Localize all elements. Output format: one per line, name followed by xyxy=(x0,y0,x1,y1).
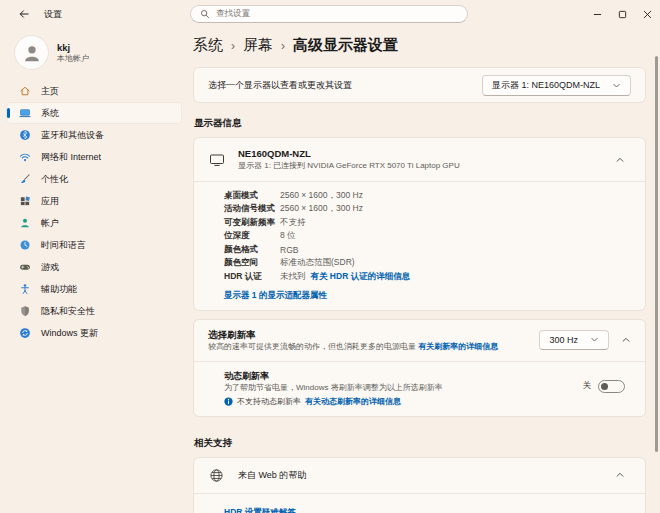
sidebar-item-label: 帐户 xyxy=(41,217,59,230)
toggle-knob xyxy=(601,383,608,390)
info-row-bit-depth: 位深度 8 位 xyxy=(224,230,631,244)
sidebar-item-gaming[interactable]: 游戏 xyxy=(7,257,181,277)
dynamic-refresh-toggle[interactable] xyxy=(598,380,625,393)
accounts-icon xyxy=(18,217,31,229)
monitor-model: NE160QDM-NZL xyxy=(238,148,596,160)
main-content: 系统 › 屏幕 › 高级显示器设置 选择一个显示器以查看或更改其设置 显示器 1… xyxy=(188,28,660,513)
sidebar-item-privacy[interactable]: 隐私和安全性 xyxy=(7,301,181,321)
display-info-card: NE160QDM-NZL 显示器 1: 已连接到 NVIDIA GeForce … xyxy=(193,137,646,311)
display-info-details: 桌面模式 2560 × 1600，300 Hz 活动信号模式 2560 × 16… xyxy=(194,181,645,310)
help-from-web-card: 来自 Web 的帮助 HDR 设置疑难解答 解决屏幕闪烁问题 调整显示缩放设置 … xyxy=(193,457,646,513)
sidebar-item-apps[interactable]: 应用 xyxy=(7,191,181,211)
dynamic-refresh-description: 为了帮助节省电量，Windows 将刷新率调整为以上所选刷新率 xyxy=(224,382,583,393)
refresh-rate-info-link[interactable]: 有关刷新率的详细信息 xyxy=(418,342,498,351)
display-selector-dropdown[interactable]: 显示器 1: NE160QDM-NZL xyxy=(482,75,631,96)
back-button[interactable] xyxy=(14,4,34,24)
dynamic-refresh-title: 动态刷新率 xyxy=(224,370,583,382)
minimize-icon xyxy=(593,10,602,19)
titlebar: 设置 查找设置 xyxy=(0,0,660,28)
sidebar-item-label: 应用 xyxy=(41,195,59,208)
user-name: kkj xyxy=(57,42,89,53)
privacy-icon xyxy=(18,305,31,317)
search-input[interactable]: 查找设置 xyxy=(190,5,468,23)
breadcrumb: 系统 › 屏幕 › 高级显示器设置 xyxy=(193,36,646,55)
maximize-icon xyxy=(618,10,627,19)
network-icon xyxy=(18,151,31,163)
sidebar-item-home[interactable]: 主页 xyxy=(7,81,181,101)
display-info-section-title: 显示器信息 xyxy=(194,117,646,130)
sidebar-item-accounts[interactable]: 帐户 xyxy=(7,213,181,233)
display-selector-label: 选择一个显示器以查看或更改其设置 xyxy=(208,79,352,92)
dynamic-refresh-info-link[interactable]: 有关动态刷新率的详细信息 xyxy=(305,396,401,407)
system-icon xyxy=(18,107,31,119)
sidebar-item-label: 时间和语言 xyxy=(41,239,86,252)
refresh-rate-description: 较高的速率可提供更流畅的动作，但也消耗更多的电源电量 xyxy=(208,342,416,351)
collapse-button[interactable] xyxy=(609,470,631,480)
breadcrumb-display[interactable]: 屏幕 xyxy=(243,36,273,55)
info-row-color-space: 颜色空间 标准动态范围(SDR) xyxy=(224,257,631,271)
sidebar-item-label: 辅助功能 xyxy=(41,283,77,296)
display-adapter-properties-link[interactable]: 显示器 1 的显示适配器属性 xyxy=(224,290,327,302)
help-link-hdr-troubleshoot[interactable]: HDR 设置疑难解答 xyxy=(224,507,631,513)
sidebar-item-personalization[interactable]: 个性化 xyxy=(7,169,181,189)
accessibility-icon xyxy=(18,283,31,295)
collapse-button[interactable] xyxy=(609,155,631,165)
breadcrumb-separator: › xyxy=(231,39,235,53)
sidebar-item-windows-update[interactable]: Windows 更新 xyxy=(7,323,181,343)
info-row-active-signal-mode: 活动信号模式 2560 × 1600，300 Hz xyxy=(224,203,631,217)
apps-icon xyxy=(18,195,31,207)
sidebar-item-label: 隐私和安全性 xyxy=(41,305,95,318)
maximize-button[interactable] xyxy=(610,0,635,28)
sidebar-item-time-language[interactable]: 时间和语言 xyxy=(7,235,181,255)
user-account[interactable]: kkj 本地帐户 xyxy=(15,36,188,69)
app-title: 设置 xyxy=(44,8,62,21)
sidebar-item-label: 网络和 Internet xyxy=(41,151,101,164)
help-from-web-header[interactable]: 来自 Web 的帮助 xyxy=(194,458,645,493)
sidebar-item-bluetooth[interactable]: 蓝牙和其他设备 xyxy=(7,125,181,145)
refresh-rate-title: 选择刷新率 xyxy=(208,328,531,341)
sidebar: kkj 本地帐户 主页 系统 蓝牙和其他设备 网络和 Internet 个性化 … xyxy=(0,28,188,513)
close-icon xyxy=(643,10,652,19)
hdr-certification-link[interactable]: 有关 HDR 认证的详细信息 xyxy=(311,271,411,283)
help-links-section: HDR 设置疑难解答 解决屏幕闪烁问题 调整显示缩放设置 调整屏幕刷新速率 xyxy=(194,493,645,513)
refresh-rate-card: 选择刷新率 较高的速率可提供更流畅的动作，但也消耗更多的电源电量 有关刷新率的详… xyxy=(193,319,646,417)
windows-update-icon xyxy=(18,327,31,339)
monitor-icon xyxy=(208,152,225,168)
globe-icon xyxy=(208,468,225,483)
close-button[interactable] xyxy=(635,0,660,28)
refresh-rate-dropdown[interactable]: 300 Hz xyxy=(539,330,609,350)
collapse-button[interactable] xyxy=(615,335,637,345)
sidebar-nav: 主页 系统 蓝牙和其他设备 网络和 Internet 个性化 应用 帐户 时间 xyxy=(0,81,188,343)
window-controls xyxy=(585,0,660,28)
info-row-variable-refresh: 可变刷新频率 不支持 xyxy=(224,216,631,230)
dynamic-refresh-unsupported-text: 不支持动态刷新率 xyxy=(237,396,301,407)
monitor-connection: 显示器 1: 已连接到 NVIDIA GeForce RTX 5070 Ti L… xyxy=(238,160,596,171)
avatar xyxy=(15,36,48,69)
chevron-up-icon xyxy=(615,155,625,165)
chevron-down-icon xyxy=(590,335,599,344)
chevron-down-icon xyxy=(612,81,621,90)
breadcrumb-separator: › xyxy=(281,39,285,53)
settings-content: 选择一个显示器以查看或更改其设置 显示器 1: NE160QDM-NZL 显示器… xyxy=(193,67,646,513)
settings-window: { "titlebar": { "app_title": "设置", "sear… xyxy=(0,0,660,513)
bluetooth-icon xyxy=(18,129,31,141)
info-row-color-format: 颜色格式 RGB xyxy=(224,243,631,257)
minimize-button[interactable] xyxy=(585,0,610,28)
scrollbar[interactable] xyxy=(655,56,658,452)
sidebar-item-network[interactable]: 网络和 Internet xyxy=(7,147,181,167)
search-icon xyxy=(200,9,210,19)
personalization-icon xyxy=(18,173,31,185)
display-info-header[interactable]: NE160QDM-NZL 显示器 1: 已连接到 NVIDIA GeForce … xyxy=(194,138,645,181)
sidebar-item-system[interactable]: 系统 xyxy=(7,103,181,123)
sidebar-item-accessibility[interactable]: 辅助功能 xyxy=(7,279,181,299)
info-row-desktop-mode: 桌面模式 2560 × 1600，300 Hz xyxy=(224,189,631,203)
sidebar-item-label: 游戏 xyxy=(41,261,59,274)
page-title: 高级显示器设置 xyxy=(293,36,398,55)
refresh-rate-value: 300 Hz xyxy=(549,335,578,345)
breadcrumb-system[interactable]: 系统 xyxy=(193,36,223,55)
help-from-web-title: 来自 Web 的帮助 xyxy=(238,469,596,481)
dynamic-refresh-section: 动态刷新率 为了帮助节省电量，Windows 将刷新率调整为以上所选刷新率 不支… xyxy=(194,361,645,416)
related-support-section-title: 相关支持 xyxy=(194,437,646,450)
sidebar-item-label: 个性化 xyxy=(41,173,68,186)
refresh-rate-header: 选择刷新率 较高的速率可提供更流畅的动作，但也消耗更多的电源电量 有关刷新率的详… xyxy=(194,320,645,361)
